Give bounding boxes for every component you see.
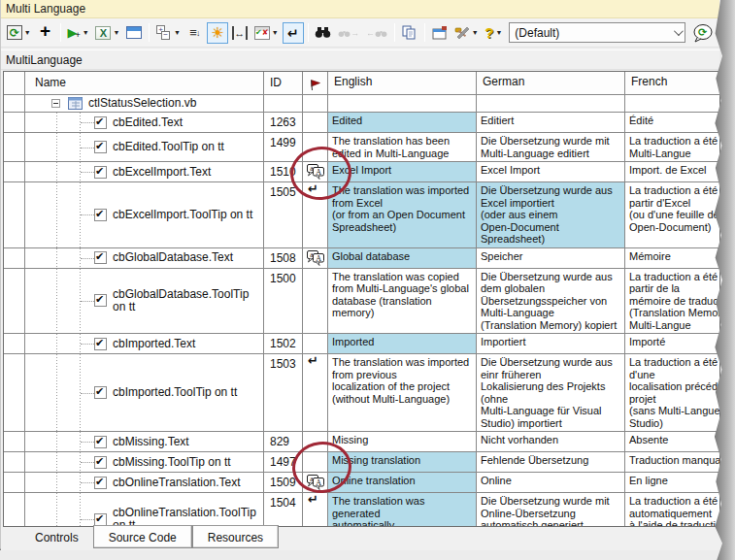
id-cell[interactable] xyxy=(264,95,303,113)
profile-combobox[interactable]: (Default) xyxy=(509,22,685,43)
id-cell[interactable]: 1510 xyxy=(264,162,303,182)
row-selector[interactable] xyxy=(4,493,25,527)
column-header-name[interactable]: Name xyxy=(25,72,264,95)
german-cell[interactable]: Die Übersetzung wurde aus Excel importie… xyxy=(477,182,625,248)
name-cell[interactable]: cbExcelImport.Text xyxy=(25,162,264,182)
window-title-bar[interactable]: Multi Language xyxy=(1,0,719,18)
row-checkbox[interactable] xyxy=(94,209,107,221)
dropdown-caret-icon[interactable]: ▼ xyxy=(472,29,479,36)
name-cell[interactable]: cbImported.ToolTip on tt xyxy=(25,354,264,432)
row-checkbox[interactable] xyxy=(94,166,107,179)
french-cell[interactable]: Importé xyxy=(625,334,720,354)
english-cell[interactable] xyxy=(328,95,477,113)
table-row[interactable]: cbEdited.Text1263EditedEditiertÉdité xyxy=(4,113,720,133)
row-selector[interactable] xyxy=(4,354,25,432)
id-cell[interactable]: 1497 xyxy=(264,452,303,473)
german-cell[interactable]: Fehlende Übersetzung xyxy=(477,452,625,473)
name-cell[interactable]: cbEdited.Text xyxy=(25,113,264,133)
table-row[interactable]: cbImported.ToolTip on tt1503↵The transla… xyxy=(4,354,720,432)
column-header-english[interactable]: English xyxy=(328,72,477,95)
english-cell[interactable]: The translation has been edited in Multi… xyxy=(328,133,477,162)
row-selector[interactable] xyxy=(4,269,25,335)
german-cell[interactable]: Editiert xyxy=(477,113,625,133)
french-cell[interactable]: La traduction a été im d'une localisatio… xyxy=(625,354,720,432)
name-cell[interactable]: cbExcelImport.ToolTip on tt xyxy=(25,182,264,248)
find-button[interactable] xyxy=(313,22,335,44)
german-cell[interactable]: Die Übersetzung wurde mit Online-Überset… xyxy=(477,493,625,527)
dropdown-caret-icon[interactable]: ▼ xyxy=(113,29,119,36)
dropdown-caret-icon[interactable]: ▼ xyxy=(272,29,279,36)
id-cell[interactable]: 1504 xyxy=(264,493,303,527)
column-header-id[interactable]: ID xyxy=(264,72,303,95)
french-cell[interactable]: La traduction a été g automatiquement à … xyxy=(625,493,720,527)
english-cell[interactable]: The translation was copied from Multi-La… xyxy=(328,269,477,335)
german-cell[interactable]: Excel Import xyxy=(477,162,625,182)
highlight-toggle-button[interactable]: ☀ xyxy=(207,22,228,44)
column-width-button[interactable]: ↔ xyxy=(229,22,251,44)
french-cell[interactable]: Édité xyxy=(625,113,720,133)
row-selector[interactable] xyxy=(4,182,25,248)
german-cell[interactable]: Speicher xyxy=(477,248,625,269)
table-row[interactable]: cbOnlineTranslation.Text1509aAOnline tra… xyxy=(4,473,720,493)
tab-controls[interactable]: Controls xyxy=(20,527,93,548)
dropdown-caret-icon[interactable]: ▼ xyxy=(174,29,181,36)
name-cell[interactable]: cbGlobalDatabase.ToolTip on tt xyxy=(25,269,264,335)
tools-button[interactable]: ▼ xyxy=(451,22,482,44)
english-cell[interactable]: Excel Import xyxy=(328,162,477,182)
english-cell[interactable]: Imported xyxy=(328,334,477,354)
row-checkbox[interactable] xyxy=(94,294,107,307)
table-row[interactable]: cbMissing.Text829MissingNicht vorhandenA… xyxy=(4,432,720,452)
row-selector[interactable] xyxy=(4,133,25,162)
id-cell[interactable]: 829 xyxy=(264,432,303,452)
table-row[interactable]: cbOnlineTranslation.ToolTip on tt1504↵Th… xyxy=(4,493,720,527)
french-cell[interactable]: La traduction a été é Multi-Langue xyxy=(625,133,720,162)
linebreak-toggle-button[interactable]: ↵ xyxy=(283,22,304,44)
french-cell[interactable]: Absente xyxy=(625,432,720,452)
chevron-down-icon[interactable] xyxy=(674,26,684,36)
english-cell[interactable]: Global database xyxy=(328,248,477,269)
english-cell[interactable]: Missing xyxy=(328,432,477,452)
french-cell[interactable]: Mémoire xyxy=(625,248,720,269)
column-header-german[interactable]: German xyxy=(477,72,625,95)
row-selector[interactable] xyxy=(4,432,25,452)
name-cell[interactable]: cbMissing.ToolTip on tt xyxy=(25,452,264,473)
row-checkbox[interactable] xyxy=(94,251,107,264)
name-cell[interactable]: cbImported.Text xyxy=(25,334,264,354)
row-checkbox[interactable] xyxy=(94,513,107,526)
name-cell[interactable]: cbMissing.Text xyxy=(25,432,264,452)
dropdown-caret-icon[interactable]: ▼ xyxy=(495,29,502,36)
french-cell[interactable]: En ligne xyxy=(625,473,720,493)
row-selector[interactable] xyxy=(4,162,25,182)
properties-button[interactable] xyxy=(429,22,451,44)
row-checkbox[interactable] xyxy=(94,477,107,489)
translation-grid[interactable]: NameIDEnglishGermanFrenchctlStatusSelect… xyxy=(3,71,720,527)
id-cell[interactable]: 1499 xyxy=(264,133,303,162)
table-row[interactable]: cbEdited.ToolTip on tt1499The translatio… xyxy=(4,133,720,162)
excel-import-button[interactable]: X▼ xyxy=(93,22,123,44)
table-row[interactable]: cbExcelImport.Text1510aAExcel ImportExce… xyxy=(4,162,720,182)
row-selector[interactable] xyxy=(4,452,25,473)
table-row[interactable]: cbGlobalDatabase.Text1508aAGlobal databa… xyxy=(4,248,720,269)
translate-button[interactable]: ⟳ xyxy=(689,22,717,44)
dropdown-caret-icon[interactable]: ▼ xyxy=(24,29,31,36)
name-cell[interactable]: cbOnlineTranslation.ToolTip on tt xyxy=(25,493,264,527)
row-checkbox[interactable] xyxy=(94,141,107,153)
form-view-button[interactable] xyxy=(123,22,145,44)
english-cell[interactable]: Edited xyxy=(328,113,477,133)
row-checkbox[interactable] xyxy=(94,386,107,399)
expand-collapse-button[interactable]: +−▼ xyxy=(153,22,184,44)
id-cell[interactable]: 1502 xyxy=(264,334,303,354)
tab-resources[interactable]: Resources xyxy=(192,525,279,548)
french-cell[interactable]: Import. de Excel xyxy=(625,162,720,182)
name-cell[interactable]: cbGlobalDatabase.Text xyxy=(25,248,264,269)
table-row[interactable]: cbExcelImport.ToolTip on tt1505↵The tran… xyxy=(4,182,720,248)
german-cell[interactable]: Online xyxy=(477,473,625,493)
row-selector[interactable] xyxy=(4,334,25,354)
french-cell[interactable]: La traduction a été im partir d'Excel (o… xyxy=(625,182,720,248)
name-cell[interactable]: cbEdited.ToolTip on tt xyxy=(25,133,264,162)
german-cell[interactable]: Importiert xyxy=(477,334,625,354)
table-row[interactable]: cbMissing.ToolTip on tt1497Missing trans… xyxy=(4,452,720,473)
row-selector-header[interactable] xyxy=(4,72,25,95)
row-checkbox[interactable] xyxy=(94,456,107,469)
copy-button[interactable] xyxy=(399,22,420,44)
